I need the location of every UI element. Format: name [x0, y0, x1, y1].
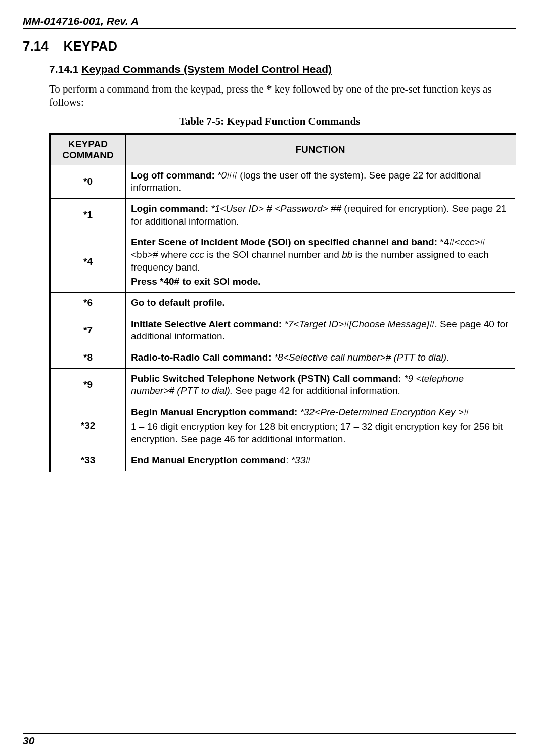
function-syntax: *7<Target ID>#[Choose Message]# [284, 319, 434, 329]
table-row: *7 Initiate Selective Alert command: *7<… [50, 314, 516, 347]
function-label: Begin Manual Encryption command: [131, 407, 300, 417]
function-cell: End Manual Encryption command: *33# [126, 450, 516, 472]
section-number: 7.14 [23, 38, 49, 54]
section-heading: 7.14KEYPAD [23, 38, 516, 54]
subsection-heading: 7.14.1 Keypad Commands (System Model Con… [49, 63, 516, 75]
table-header-row: KEYPAD COMMAND FUNCTION [50, 134, 516, 165]
table-caption: Table 7-5: Keypad Function Commands [23, 115, 516, 128]
function-cell: Radio-to-Radio Call command: *8<Selectiv… [126, 347, 516, 369]
table-row: *6 Go to default profile. [50, 293, 516, 314]
keypad-cmd: *1 [50, 198, 126, 232]
keypad-cmd: *4 [50, 232, 126, 293]
table-row: *0 Log off command: *0## (logs the user … [50, 165, 516, 198]
function-cell: Public Switched Telephone Network (PSTN)… [126, 368, 516, 402]
table-row: *32 Begin Manual Encryption command: *32… [50, 402, 516, 450]
keypad-function-table: KEYPAD COMMAND FUNCTION *0 Log off comma… [49, 133, 516, 472]
function-cell: Begin Manual Encryption command: *32<Pre… [126, 402, 516, 450]
function-label: Public Switched Telephone Network (PSTN)… [131, 373, 404, 384]
function-text: : [286, 455, 291, 465]
function-text: 1 – 16 digit encryption key for 128 bit … [131, 421, 510, 446]
table-header-keypad: KEYPAD COMMAND [50, 134, 126, 165]
function-label: Log off command: [131, 170, 217, 181]
function-cell: Login command: *1<User ID> # <Password> … [126, 198, 516, 232]
function-text: . [446, 352, 449, 363]
page-number: 30 [23, 735, 34, 746]
table-row: *1 Login command: *1<User ID> # <Passwor… [50, 198, 516, 232]
keypad-cmd: *32 [50, 402, 126, 450]
intro-paragraph: To perform a command from the keypad, pr… [49, 82, 516, 109]
function-syntax: *8<Selective call number># (PTT to dial) [274, 352, 446, 363]
function-label: Go to default profile. [131, 297, 225, 308]
function-syntax: *1<User ID> # <Password> ## [211, 203, 341, 214]
function-param: bb [342, 249, 352, 260]
keypad-cmd: *33 [50, 450, 126, 472]
keypad-cmd: *7 [50, 314, 126, 347]
function-text: See page 42 for additional information. [233, 385, 400, 396]
subsection-title: Keypad Commands (System Model Control He… [81, 63, 332, 75]
function-label: Login command: [131, 203, 211, 214]
function-label: Enter Scene of Incident Mode (SOI) on sp… [131, 237, 440, 247]
table-row: *4 Enter Scene of Incident Mode (SOI) on… [50, 232, 516, 293]
paragraph-pre: To perform a command from the keypad, pr… [49, 83, 266, 95]
section-title: KEYPAD [64, 38, 117, 54]
paragraph-key: * [266, 83, 272, 95]
function-cell: Initiate Selective Alert command: *7<Tar… [126, 314, 516, 347]
document-header: MM-014716-001, Rev. A [23, 15, 516, 29]
doc-id: MM-014716-001, Rev. A [23, 15, 139, 27]
keypad-cmd: *9 [50, 368, 126, 402]
function-label: Initiate Selective Alert command: [131, 319, 284, 329]
table-header-function: FUNCTION [126, 134, 516, 165]
table-row: *8 Radio-to-Radio Call command: *8<Selec… [50, 347, 516, 369]
keypad-cmd: *8 [50, 347, 126, 369]
keypad-cmd: *0 [50, 165, 126, 198]
table-row: *9 Public Switched Telephone Network (PS… [50, 368, 516, 402]
function-note: Press *40# to exit SOI mode. [131, 276, 510, 288]
function-param: ccc [460, 237, 475, 247]
subsection-number: 7.14.1 [49, 63, 78, 75]
function-cell: Log off command: *0## (logs the user off… [126, 165, 516, 198]
function-text: is the SOI channel number and [204, 249, 342, 260]
document-footer: 30 [23, 733, 516, 747]
function-text: *4#< [440, 237, 460, 247]
function-param: ccc [190, 249, 204, 260]
function-cell: Go to default profile. [126, 293, 516, 314]
function-label: End Manual Encryption command [131, 455, 286, 465]
function-syntax: *33# [291, 455, 311, 465]
function-syntax: *0## [217, 170, 237, 181]
table-row: *33 End Manual Encryption command: *33# [50, 450, 516, 472]
function-label: Radio-to-Radio Call command: [131, 352, 274, 363]
function-cell: Enter Scene of Incident Mode (SOI) on sp… [126, 232, 516, 293]
function-syntax: *32<Pre-Determined Encryption Key ># [300, 407, 469, 417]
keypad-cmd: *6 [50, 293, 126, 314]
